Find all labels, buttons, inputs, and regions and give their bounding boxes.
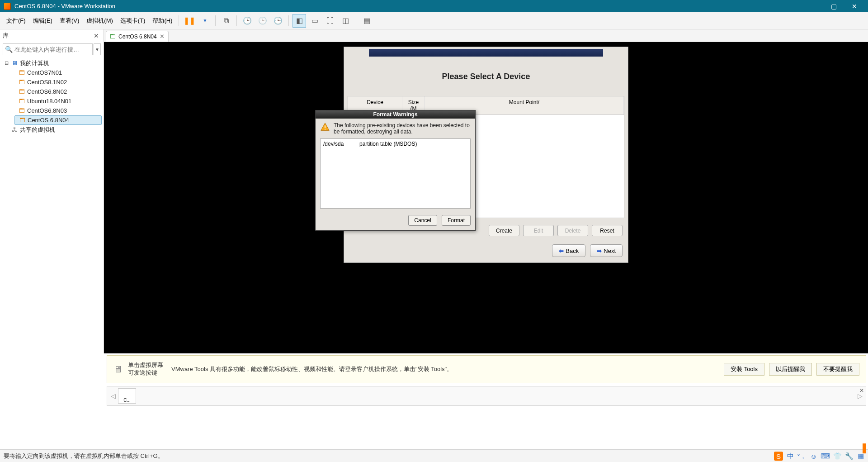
tree-vm-item[interactable]: 🗔CentOS6.8N02 <box>14 87 102 96</box>
ime-punct-icon[interactable]: °， <box>797 452 807 461</box>
ime-keyboard-icon[interactable]: ⌨ <box>821 452 830 461</box>
warning-icon <box>320 122 330 132</box>
never-remind-button[interactable]: 不要提醒我 <box>816 363 859 376</box>
tree-shared-vms[interactable]: 🖧 共享的虚拟机 <box>2 125 102 134</box>
close-button[interactable]: ✕ <box>844 0 864 12</box>
thumb-strip-close-icon[interactable]: ✕ <box>859 387 864 394</box>
dialog-message: The following pre-existing devices have … <box>334 122 471 135</box>
installer-title: Please Select A Device <box>344 72 628 81</box>
tree-shared-label: 共享的虚拟机 <box>20 126 55 134</box>
next-button[interactable]: ➡Next <box>590 244 623 257</box>
dialog-format-button[interactable]: Format <box>442 215 471 226</box>
maximize-button[interactable]: ▢ <box>824 0 844 12</box>
format-device-list: /dev/sda partition table (MSDOS) <box>320 138 471 209</box>
thumbnail-strip: ◁ C... ▷ ✕ <box>107 386 866 406</box>
send-ctrlaltdel-icon[interactable]: ⧉ <box>219 14 233 28</box>
back-button[interactable]: ⬅Back <box>552 244 585 257</box>
vm-running-icon: 🗔 <box>110 33 116 40</box>
statusbar: 要将输入定向到该虚拟机，请在虚拟机内部单击或按 Ctrl+G。 S 中 °， ☺… <box>0 449 868 462</box>
library-sidebar: 库 ✕ 🔍 ▼ ⊟🖥 我的计算机 🗔CentOS7N01 🗔CentOS8.1N… <box>0 29 104 353</box>
snapshot-revert-icon[interactable]: 🕒 <box>256 14 269 28</box>
tab-label: CentOS 6.8N04 <box>118 33 157 40</box>
app-icon <box>4 3 11 10</box>
view-single-icon[interactable]: ◧ <box>292 14 306 28</box>
search-icon: 🔍 <box>5 46 13 53</box>
window-title: CentOS 6.8N04 - VMware Workstation <box>14 3 803 10</box>
installer-banner <box>369 49 603 57</box>
vm-display[interactable]: Please Select A Device Device Size (M Mo… <box>104 42 868 353</box>
pause-icon[interactable]: ❚❚ <box>183 14 196 28</box>
svg-rect-1 <box>325 129 326 130</box>
status-text: 要将输入定向到该虚拟机，请在虚拟机内部单击或按 Ctrl+G。 <box>4 452 164 460</box>
system-tray: S 中 °， ☺ ⌨ 👕 🔧 ▦ <box>774 452 865 461</box>
minimize-button[interactable]: — <box>803 0 824 12</box>
fullscreen-icon[interactable]: ⛶ <box>323 14 337 28</box>
titlebar: CentOS 6.8N04 - VMware Workstation — ▢ ✕ <box>0 0 868 12</box>
format-warnings-dialog: Format Warnings The following pre-existi… <box>315 110 476 231</box>
grab-input-icon: 🖥 <box>113 364 123 375</box>
tree-vm-item[interactable]: 🗔CentOS6.8N03 <box>14 106 102 115</box>
svg-rect-0 <box>325 125 326 128</box>
ime-emoji-icon[interactable]: ☺ <box>809 452 818 461</box>
ime-lang-icon[interactable]: 中 <box>786 452 795 461</box>
delete-button: Delete <box>557 225 588 236</box>
sidebar-close-icon[interactable]: ✕ <box>92 31 101 40</box>
vmware-tools-bar: 🖥 单击虚拟屏幕 可发送按键 VMware Tools 具有很多功能，能改善鼠标… <box>107 355 866 383</box>
tools-message: VMware Tools 具有很多功能，能改善鼠标移动性、视频和性能。请登录客户… <box>171 365 724 373</box>
tree-vm-item-selected[interactable]: 🗔CentOS 6.8N04 <box>14 115 102 125</box>
sidebar-title: 库 <box>3 32 9 40</box>
tab-close-icon[interactable]: ✕ <box>160 33 165 40</box>
ime-s-icon[interactable]: S <box>774 452 783 461</box>
arrow-right-icon: ➡ <box>597 248 602 254</box>
dialog-cancel-button[interactable]: Cancel <box>408 215 437 226</box>
vm-tab[interactable]: 🗔 CentOS 6.8N04 ✕ <box>106 31 169 42</box>
install-tools-button[interactable]: 安装 Tools <box>724 363 764 376</box>
edit-button: Edit <box>523 225 554 236</box>
menu-help[interactable]: 帮助(H) <box>149 15 176 27</box>
thumbnail-icon[interactable]: ▤ <box>360 14 373 28</box>
menu-file[interactable]: 文件(F) <box>3 15 29 27</box>
vm-tree: ⊟🖥 我的计算机 🗔CentOS7N01 🗔CentOS8.1N02 🗔Cent… <box>0 57 104 136</box>
thumb-label: C... <box>123 398 131 403</box>
search-box[interactable]: 🔍 <box>3 43 93 55</box>
notification-edge-icon <box>863 443 866 453</box>
menu-edit[interactable]: 编辑(E) <box>29 15 56 27</box>
menu-vm[interactable]: 虚拟机(M) <box>83 15 117 27</box>
power-dropdown-icon[interactable]: ▼ <box>198 14 212 28</box>
reset-button[interactable]: Reset <box>592 225 623 236</box>
snapshot-manage-icon[interactable]: 🕒 <box>271 14 285 28</box>
menubar: 文件(F) 编辑(E) 查看(V) 虚拟机(M) 选项卡(T) 帮助(H) ❚❚… <box>0 12 868 29</box>
view-console-icon[interactable]: ▭ <box>308 14 321 28</box>
remind-later-button[interactable]: 以后提醒我 <box>769 363 812 376</box>
search-dropdown-icon[interactable]: ▼ <box>94 43 101 55</box>
unity-icon[interactable]: ◫ <box>339 14 352 28</box>
menu-tabs[interactable]: 选项卡(T) <box>117 15 149 27</box>
tabstrip: 🗔 CentOS 6.8N04 ✕ <box>104 29 868 42</box>
vm-thumbnail[interactable]: C... <box>118 388 136 404</box>
menu-view[interactable]: 查看(V) <box>56 15 83 27</box>
format-device-row[interactable]: /dev/sda partition table (MSDOS) <box>323 141 467 147</box>
ime-skin-icon[interactable]: 👕 <box>833 452 842 461</box>
tree-vm-item[interactable]: 🗔CentOS7N01 <box>14 68 102 77</box>
tree-vm-item[interactable]: 🗔Ubuntu18.04N01 <box>14 96 102 106</box>
search-input[interactable] <box>14 46 90 53</box>
thumb-scroll-left-icon[interactable]: ◁ <box>110 388 116 404</box>
dialog-title: Format Warnings <box>316 110 475 119</box>
grab-input-hint: 单击虚拟屏幕 可发送按键 <box>128 362 163 377</box>
tree-vm-item[interactable]: 🗔CentOS8.1N02 <box>14 77 102 87</box>
tree-root-label: 我的计算机 <box>20 59 49 67</box>
ime-tool-icon[interactable]: 🔧 <box>844 452 854 461</box>
arrow-left-icon: ⬅ <box>559 248 564 254</box>
create-button[interactable]: Create <box>489 225 519 236</box>
tree-root-my-computer[interactable]: ⊟🖥 我的计算机 <box>2 58 102 68</box>
snapshot-take-icon[interactable]: 🕒 <box>241 14 254 28</box>
